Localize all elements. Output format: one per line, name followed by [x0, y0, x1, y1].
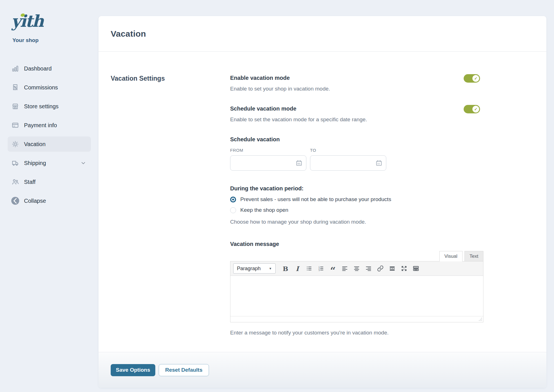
enable-vacation-toggle[interactable]: ✓: [464, 74, 480, 83]
panel-footer: Save Options Reset Defaults: [99, 352, 546, 388]
sidebar-item-label: Store settings: [24, 103, 86, 110]
schedule-mode-row: Schedule vacation mode ✓ Enable to set t…: [230, 105, 483, 123]
editor-statusbar: [230, 316, 483, 322]
sidebar-item-label: Staff: [24, 179, 86, 185]
enable-vacation-row: Enable vacation mode ✓ Enable to set you…: [230, 75, 483, 92]
enable-vacation-label: Enable vacation mode: [230, 75, 480, 81]
keep-shop-open-label: Keep the shop open: [240, 207, 288, 213]
storefront-icon: [11, 102, 19, 110]
blockquote-icon[interactable]: “: [327, 264, 339, 274]
tab-text[interactable]: Text: [464, 251, 483, 261]
prevent-sales-option[interactable]: Prevent sales - users will not be able t…: [230, 196, 483, 202]
vacation-message-textarea[interactable]: [230, 276, 483, 316]
vacation-message-group: Vacation message Visual Text Paragraph ▼…: [230, 241, 483, 336]
schedule-mode-label: Schedule vacation mode: [230, 105, 480, 112]
sidebar-item-label: Shipping: [24, 160, 81, 166]
date-range-row: FROM: [230, 148, 483, 171]
arrow-left-circle-icon: [11, 197, 19, 205]
message-editor: Visual Text Paragraph ▼ B I: [230, 251, 483, 336]
vacation-period-group: During the vacation period: Prevent sale…: [230, 185, 483, 225]
sidebar-item-staff[interactable]: Staff: [8, 174, 91, 190]
date-to-col: TO: [310, 148, 386, 171]
sidebar-item-dashboard[interactable]: Dashboard: [8, 61, 91, 76]
settings-fields-col: Enable vacation mode ✓ Enable to set you…: [230, 75, 483, 349]
align-left-icon[interactable]: [339, 264, 351, 274]
svg-text:3: 3: [319, 269, 320, 272]
editor-tabs: Visual Text: [230, 251, 483, 261]
bold-icon[interactable]: B: [280, 264, 291, 274]
yith-logo-text: yith: [11, 12, 43, 31]
enable-vacation-description: Enable to set your shop in vacation mode…: [230, 86, 480, 92]
vacation-period-description: Choose how to manage your shop during va…: [230, 219, 483, 225]
vacation-message-label: Vacation message: [230, 241, 483, 247]
vacation-period-label: During the vacation period:: [230, 185, 483, 192]
panel-header: Vacation: [99, 16, 546, 52]
yith-logo: yith: [11, 11, 51, 33]
receipt-percent-icon: [11, 83, 19, 91]
sidebar-item-label: Vacation: [24, 141, 86, 147]
sun-icon: [11, 140, 19, 148]
users-icon: [11, 178, 19, 186]
sidebar-item-label: Payment info: [24, 122, 86, 129]
sidebar-nav: Dashboard Commissions Store settings: [8, 61, 91, 208]
sidebar-item-label: Commissions: [24, 84, 86, 91]
from-label: FROM: [230, 148, 306, 153]
keep-shop-open-option[interactable]: Keep the shop open: [230, 207, 483, 213]
from-date-field[interactable]: [230, 155, 306, 171]
italic-icon[interactable]: I: [291, 264, 303, 274]
schedule-mode-description: Enable to set the vacation mode for a sp…: [230, 116, 480, 123]
sidebar-item-shipping[interactable]: Shipping: [8, 155, 91, 171]
settings-section-label-col: Vacation Settings: [111, 75, 230, 349]
sidebar-item-payment-info[interactable]: Payment info: [8, 118, 91, 133]
reset-defaults-button[interactable]: Reset Defaults: [159, 364, 209, 376]
to-label: TO: [310, 148, 386, 153]
tab-visual[interactable]: Visual: [439, 251, 463, 261]
sidebar: yith Your shop Dashboard Commissions: [0, 0, 99, 392]
settings-content: Vacation Settings Enable vacation mode ✓…: [99, 52, 546, 352]
page-title: Vacation: [111, 29, 146, 39]
sidebar-item-label: Collapse: [24, 198, 86, 204]
caret-down-icon: ▼: [269, 267, 272, 270]
bar-chart-icon: [11, 65, 19, 72]
section-title: Vacation Settings: [111, 75, 230, 82]
editor-content-area[interactable]: [230, 276, 483, 316]
to-date-field[interactable]: [310, 155, 386, 171]
schedule-vacation-group: Schedule vacation FROM: [230, 136, 483, 171]
date-from-col: FROM: [230, 148, 306, 171]
sidebar-item-vacation[interactable]: Vacation: [8, 136, 91, 152]
sidebar-item-store-settings[interactable]: Store settings: [8, 99, 91, 114]
schedule-vacation-label: Schedule vacation: [230, 136, 483, 143]
paragraph-dropdown[interactable]: Paragraph ▼: [233, 263, 276, 274]
align-center-icon[interactable]: [351, 264, 363, 274]
to-date-input[interactable]: [310, 156, 386, 170]
credit-card-icon: [11, 121, 19, 129]
toggle-check-icon: ✓: [472, 75, 479, 82]
bulleted-list-icon[interactable]: [303, 264, 315, 274]
radio-selected-icon[interactable]: [230, 197, 236, 202]
sidebar-item-label: Dashboard: [24, 65, 86, 72]
read-more-icon[interactable]: [386, 264, 398, 274]
resize-grip-icon[interactable]: [478, 317, 482, 321]
vacation-message-description: Enter a message to notify your customers…: [230, 330, 483, 336]
radio-unselected-icon[interactable]: [230, 207, 236, 213]
schedule-mode-toggle[interactable]: ✓: [464, 105, 480, 113]
editor-toolbar: Paragraph ▼ B I: [230, 261, 483, 276]
align-right-icon[interactable]: [363, 264, 374, 274]
toggle-check-icon: ✓: [472, 106, 479, 113]
truck-icon: [11, 159, 19, 167]
fullscreen-icon[interactable]: [398, 264, 410, 274]
prevent-sales-label: Prevent sales - users will not be able t…: [240, 196, 391, 202]
keyboard-shortcuts-icon[interactable]: [410, 264, 422, 274]
main-panel: Vacation Vacation Settings Enable vacati…: [99, 16, 546, 388]
shop-name: Your shop: [12, 37, 99, 43]
sidebar-item-collapse[interactable]: Collapse: [8, 193, 91, 208]
numbered-list-icon[interactable]: 1 2 3: [315, 264, 327, 274]
chevron-down-icon: [81, 160, 86, 166]
paragraph-dropdown-value: Paragraph: [237, 266, 261, 272]
editor-box: Paragraph ▼ B I: [230, 261, 483, 322]
from-date-input[interactable]: [230, 156, 306, 170]
link-icon[interactable]: [374, 264, 386, 274]
save-options-button[interactable]: Save Options: [111, 364, 155, 376]
sidebar-item-commissions[interactable]: Commissions: [8, 80, 91, 95]
